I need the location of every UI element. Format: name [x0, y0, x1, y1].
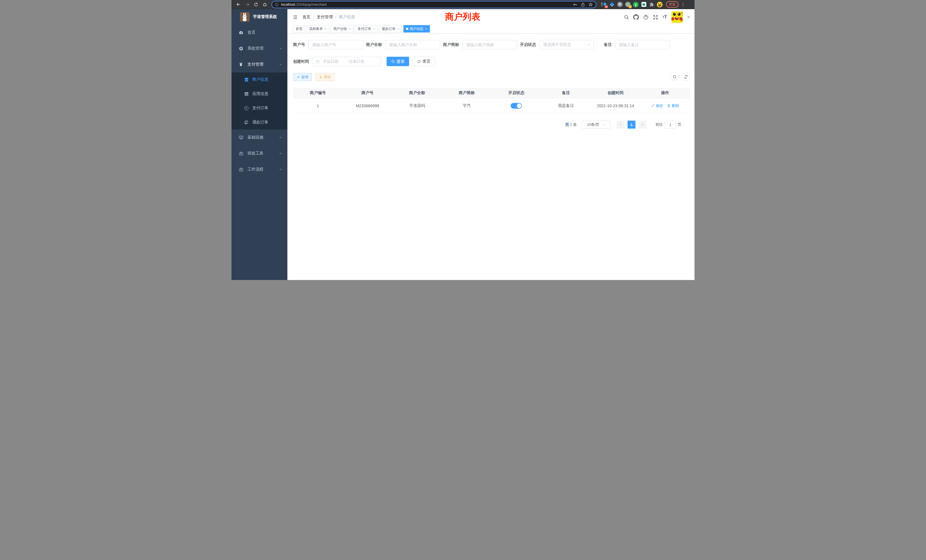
tab-merchant-info[interactable]: 商户信息 — [403, 25, 430, 32]
sidebar-item-label: 应用信息 — [252, 91, 268, 96]
refresh-table-button[interactable] — [681, 73, 690, 81]
pencil-icon — [651, 104, 655, 107]
close-icon[interactable] — [397, 28, 399, 30]
browser-forward-icon[interactable] — [244, 1, 251, 8]
extension-kite-icon[interactable] — [609, 2, 615, 8]
extension-devtools-icon[interactable]: 10 — [601, 2, 607, 8]
breadcrumb-separator: / — [335, 15, 336, 20]
merchant-no-input[interactable] — [309, 40, 363, 49]
chevron-down-icon — [279, 152, 282, 155]
github-icon[interactable] — [633, 14, 639, 20]
tab-pay-order[interactable]: 支付订单 — [355, 25, 378, 32]
filter-create-time: 创建时间 开始日期 - 结束日期 — [293, 57, 381, 66]
export-button[interactable]: 导出 — [315, 73, 334, 81]
prev-page-button[interactable] — [617, 121, 625, 129]
grid-icon — [244, 92, 249, 96]
close-icon[interactable] — [349, 28, 351, 30]
extension-y-icon[interactable]: y — [633, 2, 639, 8]
table-row: 1 M233666999 芋道源码 芋艿 我是备注 2021-10-23 08:… — [293, 98, 690, 113]
add-button[interactable]: 新增 — [293, 73, 312, 81]
goto-page-input[interactable] — [664, 121, 676, 129]
app-logo-rabbit — [240, 12, 250, 22]
sidebar-item-merchant-info[interactable]: 商户信息 — [232, 73, 287, 87]
extension-command-icon[interactable]: ⌘ — [617, 2, 623, 8]
filter-remark: 备注 — [604, 40, 670, 49]
sidebar-item-pay[interactable]: ¥ 支付管理 — [232, 56, 287, 73]
bookmark-star-icon[interactable] — [589, 2, 593, 7]
close-icon[interactable] — [425, 28, 427, 30]
breadcrumb-separator: / — [313, 15, 314, 20]
toggle-search-button[interactable] — [670, 73, 679, 81]
sidebar-collapse-icon[interactable] — [292, 15, 298, 20]
share-icon[interactable] — [581, 2, 585, 7]
filter-label: 创建时间 — [293, 59, 309, 64]
tab-process-form[interactable]: 流程表单 — [307, 25, 329, 32]
shop-icon — [244, 77, 249, 82]
extension-notes-icon[interactable] — [641, 2, 647, 8]
short-name-input[interactable] — [462, 40, 517, 49]
help-icon[interactable] — [643, 15, 649, 20]
cell-actions: 修改 删除 — [640, 103, 690, 108]
close-icon[interactable] — [324, 28, 327, 30]
extension-recorder-icon[interactable]: 1 — [625, 2, 631, 8]
status-select[interactable]: 请选择开启状态 — [539, 40, 593, 49]
sidebar-item-system[interactable]: 系统管理 — [232, 41, 287, 56]
browser-home-icon[interactable] — [262, 1, 268, 8]
calendar-icon — [316, 60, 319, 64]
address-bar[interactable]: localhost:1024/pay/merchant — [271, 1, 596, 8]
cell-merchant-no: M233666999 — [343, 103, 392, 108]
browser-back-icon[interactable] — [235, 1, 242, 8]
cell-create-time: 2021-10-23 08:31:14 — [591, 103, 640, 108]
delete-link[interactable]: 删除 — [667, 103, 679, 108]
site-info-icon[interactable] — [275, 3, 279, 6]
app-logo-row[interactable]: 芋道管理系统 — [232, 9, 287, 24]
browser-reload-icon[interactable] — [253, 1, 259, 8]
sidebar-item-workflow[interactable]: 工作流程 — [232, 161, 287, 177]
fullscreen-icon[interactable] — [653, 15, 658, 20]
user-avatar[interactable] — [672, 11, 683, 23]
header-search-icon[interactable] — [624, 15, 629, 20]
refresh-icon — [417, 60, 421, 63]
sidebar-item-dev-tools[interactable]: 研发工具 — [232, 145, 287, 161]
app-header: 首页 / 支付管理 / 商户信息 — [287, 9, 694, 25]
sidebar-item-infra[interactable]: 基础设施 — [232, 129, 287, 145]
tab-home[interactable]: 首页 — [293, 25, 305, 32]
sidebar-item-label: 首页 — [247, 30, 256, 35]
reset-button[interactable]: 重置 — [413, 57, 435, 66]
pagination: 共 1 条 10条/页 1 前往 — [293, 121, 690, 129]
remark-input[interactable] — [615, 40, 670, 49]
next-page-button[interactable] — [639, 121, 646, 129]
sidebar-item-app-info[interactable]: 应用信息 — [232, 87, 287, 101]
breadcrumb-pay[interactable]: 支付管理 — [317, 15, 333, 20]
sidebar-item-home[interactable]: 首页 — [232, 24, 287, 41]
end-date-placeholder: 结束日期 — [349, 59, 365, 64]
font-size-icon[interactable]: TT — [663, 14, 667, 20]
current-page-button[interactable]: 1 — [628, 121, 635, 129]
password-key-icon[interactable] — [573, 2, 577, 7]
filter-merchant-no: 商户号 — [293, 40, 363, 49]
yen-circle-icon: ¥ — [244, 106, 249, 110]
browser-update-button[interactable]: 更新 — [666, 1, 679, 8]
sidebar-item-pay-order[interactable]: ¥ 支付订单 — [232, 101, 287, 115]
breadcrumb-home[interactable]: 首页 — [303, 15, 310, 20]
tab-user-group[interactable]: 用户分组 — [331, 25, 354, 32]
cell-full-name: 芋道源码 — [392, 103, 442, 108]
trash-icon — [667, 104, 670, 107]
edit-link[interactable]: 修改 — [651, 103, 663, 108]
filter-label: 开启状态 — [520, 42, 536, 47]
create-time-range-input[interactable]: 开始日期 - 结束日期 — [312, 57, 381, 66]
tab-refund-order[interactable]: 退款订单 — [379, 25, 402, 32]
chevron-down-icon — [279, 168, 282, 171]
status-toggle[interactable] — [511, 103, 522, 109]
profile-emoji-icon[interactable] — [657, 2, 663, 8]
search-button[interactable]: 搜索 — [387, 57, 409, 66]
full-name-input[interactable] — [386, 40, 440, 49]
browser-menu-icon[interactable] — [681, 3, 685, 6]
sidebar-item-refund-order[interactable]: 退款订单 — [232, 115, 287, 129]
extensions-puzzle-icon[interactable] — [649, 2, 655, 8]
close-icon[interactable] — [373, 28, 375, 30]
avatar-caret-icon[interactable] — [687, 17, 690, 20]
page-size-select[interactable]: 10条/页 — [582, 121, 611, 129]
breadcrumb: 首页 / 支付管理 / 商户信息 — [303, 15, 355, 20]
chevron-down-icon — [279, 47, 282, 50]
